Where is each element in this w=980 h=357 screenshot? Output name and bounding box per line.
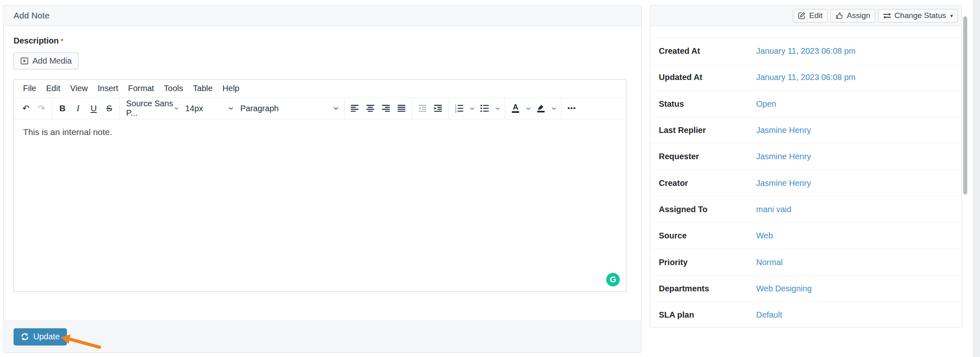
- chevron-down-icon: [174, 106, 179, 110]
- menu-view[interactable]: View: [65, 82, 93, 94]
- grammarly-badge[interactable]: G: [606, 273, 620, 286]
- chevron-down-icon: [228, 106, 234, 110]
- add-media-icon: [20, 57, 29, 65]
- detail-value-link[interactable]: mani vaid: [756, 205, 791, 214]
- highlight-color-menu-button[interactable]: [549, 100, 558, 117]
- add-note-card-body: Description* Add Media File Edit View In…: [4, 26, 641, 320]
- editor-toolbar: ↶ ↷ B I U S Source Sans P...: [14, 98, 626, 119]
- block-format-value: Paragraph: [240, 104, 278, 113]
- text-style-group: B I U S: [52, 98, 120, 119]
- assign-label: Assign: [847, 11, 870, 20]
- detail-value-link[interactable]: Open: [756, 99, 776, 109]
- justify-icon: [398, 105, 406, 112]
- numbered-list-button[interactable]: 123: [452, 100, 467, 117]
- redo-button[interactable]: ↷: [34, 100, 49, 117]
- detail-row-status: Status Open: [650, 91, 962, 117]
- detail-value-link[interactable]: Web: [756, 231, 773, 240]
- detail-row-last-replier: Last Replier Jasmine Henry: [650, 117, 962, 143]
- detail-label: Source: [659, 231, 687, 240]
- detail-label: Updated At: [659, 73, 702, 82]
- edit-button[interactable]: Edit: [793, 9, 828, 23]
- add-media-label: Add Media: [32, 56, 72, 66]
- detail-row-creator: Creator Jasmine Henry: [650, 169, 962, 196]
- editor-menubar: File Edit View Insert Format Tools Table…: [14, 80, 626, 98]
- change-status-label: Change Status: [895, 11, 946, 20]
- align-left-button[interactable]: [347, 100, 362, 117]
- align-center-icon: [366, 105, 375, 112]
- detail-row-priority: Priority Normal: [650, 249, 962, 275]
- menu-format[interactable]: Format: [123, 82, 159, 94]
- detail-value-link[interactable]: January 11, 2023 06:08 pm: [756, 46, 856, 56]
- ticket-details-header: Edit Assign Change Status ▾: [650, 5, 962, 26]
- add-media-button[interactable]: Add Media: [14, 53, 78, 69]
- update-button[interactable]: Update: [14, 328, 67, 346]
- underline-button[interactable]: U: [86, 100, 101, 117]
- note-text: This is an internal note.: [23, 127, 617, 137]
- indent-button[interactable]: [431, 100, 446, 117]
- ticket-details-list: Created At January 11, 2023 06:08 pm Upd…: [650, 26, 962, 328]
- justify-button[interactable]: [394, 100, 409, 117]
- change-status-button[interactable]: Change Status ▾: [878, 9, 958, 23]
- chevron-down-icon: [495, 107, 500, 110]
- align-center-button[interactable]: [363, 100, 378, 117]
- undo-icon: ↶: [22, 103, 30, 113]
- detail-label: Requester: [659, 152, 699, 161]
- menu-table[interactable]: Table: [188, 82, 218, 94]
- more-toolbar-button[interactable]: •••: [564, 100, 579, 117]
- detail-value-link[interactable]: Jasmine Henry: [756, 178, 811, 188]
- undo-button[interactable]: ↶: [18, 100, 33, 117]
- color-group: A: [505, 98, 561, 119]
- chevron-down-icon: [551, 107, 557, 110]
- detail-row-updated-at: Updated At January 11, 2023 06:08 pm: [650, 64, 962, 90]
- highlight-color-icon: [537, 104, 545, 112]
- text-color-menu-button[interactable]: [524, 100, 533, 117]
- highlight-color-button[interactable]: [534, 100, 548, 117]
- underline-icon: U: [90, 103, 97, 113]
- strikethrough-button[interactable]: S: [102, 100, 117, 117]
- text-color-button[interactable]: A: [508, 100, 523, 117]
- outdent-button[interactable]: [415, 100, 430, 117]
- refresh-icon: [21, 332, 29, 341]
- description-label: Description: [14, 36, 59, 45]
- bullet-list-button[interactable]: [477, 100, 492, 117]
- font-family-value: Source Sans P...: [126, 99, 174, 118]
- assign-button[interactable]: Assign: [830, 9, 875, 23]
- font-size-select[interactable]: 14px: [182, 100, 236, 117]
- align-group: [345, 98, 412, 119]
- ticket-details-card: Edit Assign Change Status ▾ Created At J…: [650, 5, 962, 327]
- font-family-select[interactable]: Source Sans P...: [123, 100, 181, 117]
- bold-button[interactable]: B: [55, 100, 70, 117]
- menu-insert[interactable]: Insert: [93, 82, 123, 94]
- detail-value-link[interactable]: Jasmine Henry: [756, 152, 811, 161]
- thumbs-up-icon: [835, 11, 844, 20]
- italic-button[interactable]: I: [71, 100, 85, 117]
- detail-row-created-at: Created At January 11, 2023 06:08 pm: [650, 38, 962, 64]
- svg-text:3: 3: [455, 110, 457, 112]
- edit-icon: [798, 11, 806, 20]
- indent-group: [412, 98, 449, 119]
- detail-value-link[interactable]: Default: [756, 310, 782, 320]
- scrollbar-thumb[interactable]: [963, 16, 967, 195]
- numbered-list-menu-button[interactable]: [467, 100, 476, 117]
- detail-row-requester: Requester Jasmine Henry: [650, 143, 962, 169]
- menu-tools[interactable]: Tools: [159, 82, 188, 94]
- menu-help[interactable]: Help: [218, 82, 244, 94]
- edit-label: Edit: [809, 11, 823, 20]
- bold-icon: B: [59, 103, 65, 113]
- menu-file[interactable]: File: [18, 82, 41, 94]
- align-right-button[interactable]: [379, 100, 393, 117]
- add-note-card: Add Note Description* Add Media File Edi…: [3, 5, 642, 353]
- menu-edit[interactable]: Edit: [41, 82, 65, 94]
- right-edge-strip: [973, 0, 980, 357]
- detail-value-link[interactable]: Web Designing: [756, 284, 812, 293]
- bullet-list-menu-button[interactable]: [493, 100, 502, 117]
- detail-value-link[interactable]: Normal: [756, 258, 782, 267]
- align-left-icon: [351, 105, 359, 112]
- editor-content[interactable]: This is an internal note.: [14, 119, 626, 291]
- block-format-select[interactable]: Paragraph: [237, 100, 341, 117]
- detail-value-link[interactable]: Jasmine Henry: [756, 126, 811, 135]
- detail-value-link[interactable]: January 11, 2023 06:08 pm: [756, 73, 856, 82]
- caret-down-icon: ▾: [950, 13, 953, 19]
- overflow-group: •••: [561, 98, 582, 119]
- svg-text:1: 1: [455, 104, 457, 107]
